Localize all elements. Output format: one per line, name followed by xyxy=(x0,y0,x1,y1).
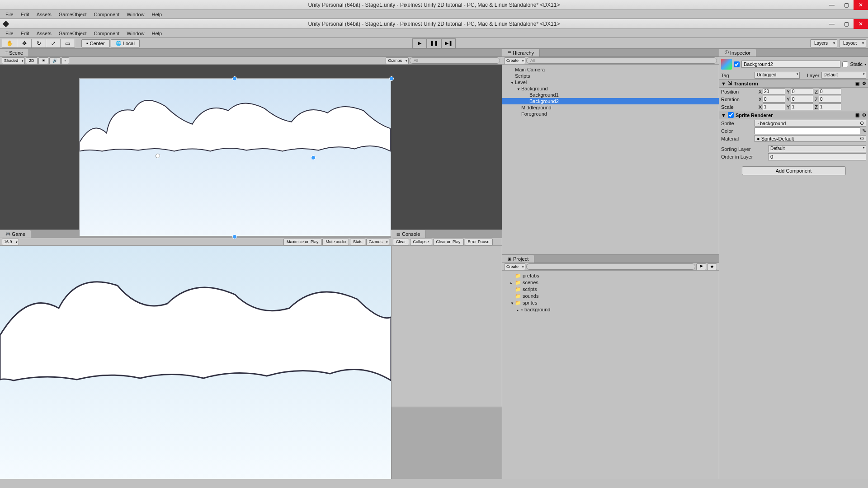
transform-handle-bottom[interactable] xyxy=(232,235,237,239)
project-item-background[interactable]: ▸▫background xyxy=(502,306,719,313)
console-tab[interactable]: ▤Console xyxy=(391,230,426,238)
inner-minimize-button[interactable]: — xyxy=(825,19,839,29)
inner-close-button[interactable]: ✕ xyxy=(854,19,868,29)
camera-gizmo-icon[interactable] xyxy=(156,154,160,158)
maximize-on-play-toggle[interactable]: Maximize on Play xyxy=(283,239,322,245)
layer-dropdown[interactable]: Default xyxy=(821,72,867,79)
transform-help-icon[interactable]: ▣ xyxy=(855,81,859,86)
aspect-dropdown[interactable]: 16:9 xyxy=(2,239,19,245)
scale-y-field[interactable] xyxy=(791,103,813,110)
close-button[interactable]: ✕ xyxy=(854,0,868,10)
add-component-button[interactable]: Add Component xyxy=(742,166,846,175)
menu2-component[interactable]: Component xyxy=(90,31,123,36)
gizmos-dropdown[interactable]: Gizmos xyxy=(386,57,409,64)
project-tab[interactable]: ▣Project xyxy=(502,255,534,263)
order-in-layer-field[interactable] xyxy=(768,153,866,160)
menu-assets[interactable]: Assets xyxy=(33,12,55,17)
spriterenderer-help-icon[interactable]: ▣ xyxy=(855,113,859,117)
hierarchy-item-foreground[interactable]: Foreground xyxy=(502,111,719,117)
static-checkbox[interactable] xyxy=(842,61,848,67)
audio-toggle[interactable]: 🔊 xyxy=(49,57,61,64)
hierarchy-tab[interactable]: ☰Hierarchy xyxy=(502,49,540,56)
eyedropper-icon[interactable]: ✎ xyxy=(862,128,866,134)
gameobject-name-field[interactable] xyxy=(741,61,840,68)
transform-handle-top[interactable] xyxy=(232,76,237,81)
rotation-x-field[interactable] xyxy=(763,96,785,103)
menu2-assets[interactable]: Assets xyxy=(33,31,55,36)
layout-dropdown[interactable]: Layout xyxy=(839,39,866,47)
menu2-window[interactable]: Window xyxy=(123,31,148,36)
console-clear-on-play-toggle[interactable]: Clear on Play xyxy=(433,239,464,245)
hierarchy-item-main camera[interactable]: Main Camera xyxy=(502,66,719,73)
menu-gameobject[interactable]: GameObject xyxy=(55,12,90,17)
material-object-field[interactable]: ●Sprites-Default⊙ xyxy=(755,135,866,142)
pivot-local-button[interactable]: 🌐 Local xyxy=(111,39,140,47)
shading-dropdown[interactable]: Shaded xyxy=(2,57,25,64)
mute-audio-toggle[interactable]: Mute audio xyxy=(322,239,349,245)
menu2-edit[interactable]: Edit xyxy=(17,31,33,36)
menu-component[interactable]: Component xyxy=(90,12,123,17)
transform-handle-center[interactable] xyxy=(311,155,316,160)
menu2-gameobject[interactable]: GameObject xyxy=(55,31,90,36)
menu2-help[interactable]: Help xyxy=(148,31,165,36)
scale-x-field[interactable] xyxy=(763,103,785,110)
scene-viewport[interactable] xyxy=(0,65,502,230)
rect-tool-button[interactable]: ▭ xyxy=(60,39,75,47)
hierarchy-item-background1[interactable]: Background1 xyxy=(502,92,719,98)
spriterenderer-component-header[interactable]: ▼ Sprite Renderer ▣ ⚙ xyxy=(719,111,868,119)
hierarchy-item-scripts[interactable]: Scripts xyxy=(502,73,719,79)
layers-dropdown[interactable]: Layers xyxy=(810,39,837,47)
rotate-tool-button[interactable]: ↻ xyxy=(31,39,46,47)
menu-window[interactable]: Window xyxy=(123,12,148,17)
project-item-sprites[interactable]: ▼📁sprites xyxy=(502,300,719,306)
inner-maximize-button[interactable]: ▢ xyxy=(839,19,854,29)
menu-edit[interactable]: Edit xyxy=(17,12,33,17)
stats-toggle[interactable]: Stats xyxy=(350,239,366,245)
console-collapse-toggle[interactable]: Collapse xyxy=(410,239,432,245)
transform-gear-icon[interactable]: ⚙ xyxy=(862,81,866,86)
maximize-button[interactable]: ▢ xyxy=(839,0,854,10)
hierarchy-create-dropdown[interactable]: Create xyxy=(504,57,525,64)
color-field[interactable] xyxy=(755,127,860,134)
move-tool-button[interactable]: ✥ xyxy=(17,39,31,47)
hierarchy-item-background2[interactable]: Background2 xyxy=(502,98,719,104)
sprite-object-field[interactable]: ▫background⊙ xyxy=(755,120,866,127)
mode-2d-toggle[interactable]: 2D xyxy=(26,57,38,64)
menu-file[interactable]: File xyxy=(2,12,17,17)
hand-tool-button[interactable]: ✋ xyxy=(2,39,17,47)
rotation-z-field[interactable] xyxy=(819,96,841,103)
position-x-field[interactable] xyxy=(763,88,785,95)
game-gizmos-dropdown[interactable]: Gizmos xyxy=(366,239,389,245)
project-search-input[interactable] xyxy=(526,263,695,270)
position-z-field[interactable] xyxy=(819,88,841,95)
minimize-button[interactable]: — xyxy=(825,0,839,10)
fx-toggle[interactable]: ▫ xyxy=(61,57,69,64)
hierarchy-item-background[interactable]: ▼Background xyxy=(502,85,719,92)
scene-search-input[interactable] xyxy=(410,57,500,64)
play-button[interactable]: ▶ xyxy=(412,38,427,48)
console-clear-button[interactable]: Clear xyxy=(393,239,409,245)
gameobject-active-checkbox[interactable] xyxy=(734,61,740,67)
menu2-file[interactable]: File xyxy=(2,31,17,36)
project-item-scripts[interactable]: 📁scripts xyxy=(502,286,719,293)
transform-handle-tr[interactable] xyxy=(389,76,394,81)
scene-tab[interactable]: ⌗Scene xyxy=(0,49,29,56)
scale-z-field[interactable] xyxy=(819,103,841,110)
pivot-center-button[interactable]: ▪ Center xyxy=(81,39,110,47)
inspector-tab[interactable]: ⓘInspector xyxy=(719,49,756,56)
project-item-sounds[interactable]: 📁sounds xyxy=(502,293,719,300)
project-item-prefabs[interactable]: 📁prefabs xyxy=(502,272,719,279)
console-error-pause-toggle[interactable]: Error Pause xyxy=(465,239,493,245)
pause-button[interactable]: ❚❚ xyxy=(427,38,441,48)
position-y-field[interactable] xyxy=(791,88,813,95)
project-create-dropdown[interactable]: Create xyxy=(504,263,525,270)
hierarchy-item-level[interactable]: ▼Level xyxy=(502,79,719,85)
menu-help[interactable]: Help xyxy=(148,12,165,17)
project-save-search-button[interactable]: ★ xyxy=(707,263,717,270)
sorting-layer-dropdown[interactable]: Default xyxy=(768,145,866,152)
game-tab[interactable]: 🎮Game xyxy=(0,230,31,238)
tag-dropdown[interactable]: Untagged xyxy=(755,72,800,79)
spriterenderer-enable-checkbox[interactable] xyxy=(728,112,734,118)
project-filter-button[interactable]: ⚑ xyxy=(696,263,706,270)
step-button[interactable]: ▶❚ xyxy=(441,38,456,48)
